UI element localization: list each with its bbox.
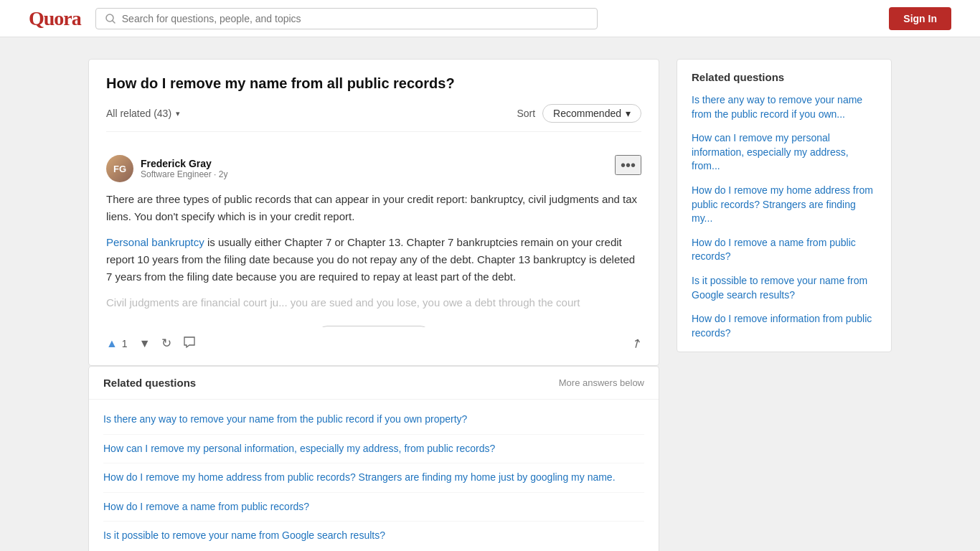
author-meta: Software Engineer · 2y	[141, 169, 227, 179]
answer-text-3-rest: ... you are sued and you lose, you owe a…	[278, 296, 580, 309]
svg-line-1	[112, 20, 115, 23]
list-item: Is there any way to remove your name fro…	[103, 405, 644, 435]
upvote-count: 1	[122, 338, 128, 349]
refresh-button[interactable]: ↻	[161, 336, 171, 351]
sidebar-link-4[interactable]: How do I remove a name from public recor…	[692, 237, 856, 263]
answer-collapsed-section: Personal bankruptcy is usually either Ch…	[106, 234, 641, 327]
list-item: How do I remove my home address from pub…	[103, 463, 644, 493]
list-item: How do I remove a name from public recor…	[103, 493, 644, 522]
answer-actions: ▲ 1 ▼ ↻ ↗	[106, 327, 641, 351]
all-related-label: All related (43)	[106, 108, 171, 119]
sort-label: Sort	[517, 108, 535, 119]
downvote-icon: ▼	[139, 337, 151, 350]
answer-block: FG Frederick Gray Software Engineer · 2y…	[106, 143, 641, 351]
sidebar-link-3[interactable]: How do I remove my home address from pub…	[692, 184, 873, 224]
answer-header: FG Frederick Gray Software Engineer · 2y…	[106, 155, 641, 182]
sidebar-title: Related questions	[692, 71, 877, 83]
list-item: Is there any way to remove your name fro…	[692, 93, 877, 121]
header: Quora Sign In	[0, 0, 980, 37]
related-inner-card: Related questions More answers below Is …	[88, 366, 659, 551]
refresh-icon: ↻	[161, 336, 171, 351]
avatar-initials: FG	[113, 164, 126, 174]
sidebar-link-1[interactable]: Is there any way to remove your name fro…	[692, 94, 862, 120]
comment-button[interactable]	[183, 336, 196, 351]
sort-container: Sort Recommended ▾	[517, 104, 641, 123]
share-icon: ↗	[628, 334, 645, 352]
related-inner-list: Is there any way to remove your name fro…	[89, 400, 659, 551]
related-inner-title: Related questions	[103, 377, 196, 389]
upvote-icon: ▲	[106, 337, 118, 350]
personal-bankruptcy-link[interactable]: Personal bankruptcy	[106, 236, 204, 248]
answer-paragraph-2: Personal bankruptcy is usually either Ch…	[106, 234, 641, 286]
downvote-button[interactable]: ▼	[139, 337, 151, 350]
list-item: Is it possible to remove your name from …	[692, 274, 877, 302]
more-options-button[interactable]: •••	[615, 155, 641, 175]
related-inner-header: Related questions More answers below	[89, 367, 659, 400]
list-item: How do I remove information from public …	[692, 312, 877, 340]
author-role: Software Engineer	[141, 169, 212, 179]
related-inner-link-2[interactable]: How can I remove my personal information…	[103, 443, 495, 454]
search-bar	[95, 8, 598, 29]
sort-value: Recommended	[553, 108, 621, 119]
author-info: Frederick Gray Software Engineer · 2y	[141, 158, 227, 179]
related-inner-link-4[interactable]: How do I remove a name from public recor…	[103, 501, 309, 512]
sidebar-link-5[interactable]: Is it possible to remove your name from …	[692, 275, 867, 301]
main-column: How do I remove my name from all public …	[88, 59, 659, 551]
sidebar: Related questions Is there any way to re…	[677, 59, 892, 551]
all-related-filter[interactable]: All related (43) ▾	[106, 108, 180, 119]
more-answers-label: More answers below	[559, 377, 644, 388]
related-inner-link-3[interactable]: How do I remove my home address from pub…	[103, 471, 616, 483]
sort-dropdown[interactable]: Recommended ▾	[542, 104, 641, 123]
page-content: How do I remove my name from all public …	[60, 37, 920, 551]
answer-age: 2y	[219, 169, 228, 179]
list-item: How can I remove my personal information…	[692, 131, 877, 174]
question-card: How do I remove my name from all public …	[88, 59, 659, 366]
answer-text-1: There are three types of public records …	[106, 191, 641, 225]
search-input[interactable]	[122, 13, 588, 24]
list-item: How do I remove a name from public recor…	[692, 236, 877, 264]
comment-icon	[183, 336, 196, 351]
upvote-button[interactable]: ▲ 1	[106, 337, 128, 350]
related-inner-link-1[interactable]: Is there any way to remove your name fro…	[103, 413, 467, 425]
sign-in-button[interactable]: Sign In	[889, 7, 951, 30]
answer-text-3-start: Civil judgments are financial court ju	[106, 296, 278, 309]
chevron-down-icon: ▾	[176, 109, 180, 118]
continue-reading-button[interactable]: Continue Reading ▾	[316, 326, 430, 327]
related-inner-link-5[interactable]: Is it possible to remove your name from …	[103, 529, 385, 541]
search-icon	[105, 13, 116, 24]
sidebar-card: Related questions Is there any way to re…	[677, 59, 892, 352]
answer-paragraph-3: Civil judgments are financial court ju..…	[106, 294, 641, 311]
share-button[interactable]: ↗	[631, 336, 641, 351]
answer-paragraph-1: There are three types of public records …	[106, 191, 641, 225]
list-item: How can I remove my personal information…	[103, 435, 644, 464]
author-name[interactable]: Frederick Gray	[141, 158, 227, 169]
quora-logo[interactable]: Quora	[29, 7, 81, 30]
answer-author: FG Frederick Gray Software Engineer · 2y	[106, 155, 227, 182]
sidebar-link-6[interactable]: How do I remove information from public …	[692, 313, 872, 339]
sidebar-link-2[interactable]: How can I remove my personal information…	[692, 132, 849, 171]
chevron-down-icon: ▾	[626, 108, 631, 119]
list-item: Is it possible to remove your name from …	[103, 522, 644, 550]
filter-bar: All related (43) ▾ Sort Recommended ▾	[106, 104, 641, 132]
author-separator: ·	[214, 169, 219, 179]
list-item: How do I remove my home address from pub…	[692, 184, 877, 226]
avatar: FG	[106, 155, 133, 182]
question-title: How do I remove my name from all public …	[106, 74, 641, 93]
